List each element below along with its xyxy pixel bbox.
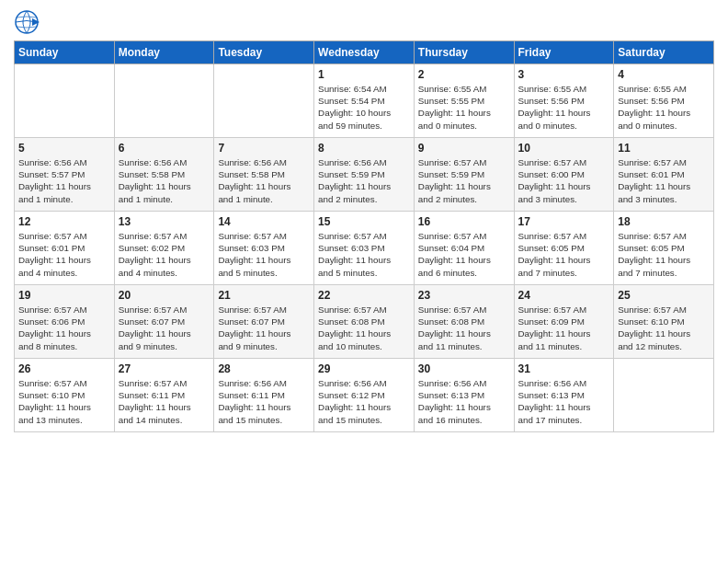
weekday-header-wednesday: Wednesday [314, 41, 415, 64]
day-number: 20 [119, 289, 210, 302]
calendar-cell: 26Sunrise: 6:57 AM Sunset: 6:10 PM Dayli… [15, 359, 115, 432]
day-number: 6 [119, 142, 210, 155]
calendar-cell [614, 359, 714, 432]
calendar-cell: 11Sunrise: 6:57 AM Sunset: 6:01 PM Dayli… [614, 138, 714, 212]
weekday-header-tuesday: Tuesday [214, 41, 314, 64]
calendar-cell: 28Sunrise: 6:56 AM Sunset: 6:11 PM Dayli… [214, 359, 314, 432]
calendar-cell: 1Sunrise: 6:54 AM Sunset: 5:54 PM Daylig… [314, 64, 415, 138]
calendar-cell: 25Sunrise: 6:57 AM Sunset: 6:10 PM Dayli… [614, 285, 714, 359]
calendar-cell: 4Sunrise: 6:55 AM Sunset: 5:56 PM Daylig… [614, 64, 714, 138]
calendar-cell: 6Sunrise: 6:56 AM Sunset: 5:58 PM Daylig… [114, 138, 214, 212]
cell-info: Sunrise: 6:56 AM Sunset: 6:13 PM Dayligh… [418, 377, 510, 426]
day-number: 7 [218, 142, 310, 155]
calendar-cell: 2Sunrise: 6:55 AM Sunset: 5:55 PM Daylig… [414, 64, 514, 138]
weekday-header-row: SundayMondayTuesdayWednesdayThursdayFrid… [15, 41, 714, 64]
calendar-cell: 18Sunrise: 6:57 AM Sunset: 6:05 PM Dayli… [614, 212, 714, 285]
cell-info: Sunrise: 6:57 AM Sunset: 6:00 PM Dayligh… [518, 156, 610, 205]
calendar-cell: 16Sunrise: 6:57 AM Sunset: 6:04 PM Dayli… [414, 212, 514, 285]
day-number: 28 [218, 362, 310, 375]
day-number: 1 [318, 68, 410, 81]
cell-info: Sunrise: 6:57 AM Sunset: 6:05 PM Dayligh… [518, 230, 610, 279]
cell-info: Sunrise: 6:55 AM Sunset: 5:56 PM Dayligh… [618, 83, 710, 132]
week-row-4: 26Sunrise: 6:57 AM Sunset: 6:10 PM Dayli… [15, 359, 714, 432]
calendar-cell: 8Sunrise: 6:56 AM Sunset: 5:59 PM Daylig… [314, 138, 415, 212]
cell-info: Sunrise: 6:57 AM Sunset: 6:02 PM Dayligh… [119, 230, 210, 279]
day-number: 15 [318, 215, 410, 228]
calendar-table: SundayMondayTuesdayWednesdayThursdayFrid… [14, 40, 714, 432]
calendar-cell: 30Sunrise: 6:56 AM Sunset: 6:13 PM Dayli… [414, 359, 514, 432]
day-number: 22 [318, 289, 410, 302]
cell-info: Sunrise: 6:56 AM Sunset: 5:57 PM Dayligh… [18, 156, 110, 205]
calendar-cell: 14Sunrise: 6:57 AM Sunset: 6:03 PM Dayli… [214, 212, 314, 285]
cell-info: Sunrise: 6:57 AM Sunset: 6:08 PM Dayligh… [418, 304, 510, 352]
day-number: 9 [418, 142, 510, 155]
day-number: 17 [518, 215, 610, 228]
cell-info: Sunrise: 6:57 AM Sunset: 6:08 PM Dayligh… [318, 304, 410, 352]
day-number: 2 [418, 68, 510, 81]
cell-info: Sunrise: 6:57 AM Sunset: 6:10 PM Dayligh… [18, 377, 110, 426]
day-number: 16 [418, 215, 510, 228]
calendar-cell: 3Sunrise: 6:55 AM Sunset: 5:56 PM Daylig… [514, 64, 614, 138]
logo-icon [14, 9, 40, 35]
calendar-cell: 23Sunrise: 6:57 AM Sunset: 6:08 PM Dayli… [414, 285, 514, 359]
calendar-cell: 29Sunrise: 6:56 AM Sunset: 6:12 PM Dayli… [314, 359, 415, 432]
weekday-header-saturday: Saturday [614, 41, 714, 64]
day-number: 14 [218, 215, 310, 228]
calendar-cell [15, 64, 115, 138]
cell-info: Sunrise: 6:57 AM Sunset: 6:07 PM Dayligh… [218, 304, 310, 352]
cell-info: Sunrise: 6:57 AM Sunset: 6:07 PM Dayligh… [119, 304, 210, 352]
day-number: 4 [618, 68, 710, 81]
day-number: 21 [218, 289, 310, 302]
day-number: 25 [618, 289, 710, 302]
header [14, 9, 714, 35]
week-row-0: 1Sunrise: 6:54 AM Sunset: 5:54 PM Daylig… [15, 64, 714, 138]
calendar-cell: 27Sunrise: 6:57 AM Sunset: 6:11 PM Dayli… [114, 359, 214, 432]
cell-info: Sunrise: 6:57 AM Sunset: 6:05 PM Dayligh… [618, 230, 710, 279]
calendar-cell: 12Sunrise: 6:57 AM Sunset: 6:01 PM Dayli… [15, 212, 115, 285]
page: SundayMondayTuesdayWednesdayThursdayFrid… [0, 0, 728, 442]
calendar-cell: 5Sunrise: 6:56 AM Sunset: 5:57 PM Daylig… [15, 138, 115, 212]
calendar-cell: 21Sunrise: 6:57 AM Sunset: 6:07 PM Dayli… [214, 285, 314, 359]
calendar-cell: 7Sunrise: 6:56 AM Sunset: 5:58 PM Daylig… [214, 138, 314, 212]
day-number: 29 [318, 362, 410, 375]
day-number: 10 [518, 142, 610, 155]
day-number: 24 [518, 289, 610, 302]
cell-info: Sunrise: 6:57 AM Sunset: 6:10 PM Dayligh… [618, 304, 710, 352]
weekday-header-sunday: Sunday [15, 41, 115, 64]
weekday-header-monday: Monday [114, 41, 214, 64]
cell-info: Sunrise: 6:57 AM Sunset: 6:03 PM Dayligh… [218, 230, 310, 279]
day-number: 26 [18, 362, 110, 375]
cell-info: Sunrise: 6:56 AM Sunset: 5:58 PM Dayligh… [218, 156, 310, 205]
cell-info: Sunrise: 6:56 AM Sunset: 6:12 PM Dayligh… [318, 377, 410, 426]
calendar-cell: 24Sunrise: 6:57 AM Sunset: 6:09 PM Dayli… [514, 285, 614, 359]
day-number: 11 [618, 142, 710, 155]
cell-info: Sunrise: 6:57 AM Sunset: 6:01 PM Dayligh… [618, 156, 710, 205]
week-row-1: 5Sunrise: 6:56 AM Sunset: 5:57 PM Daylig… [15, 138, 714, 212]
logo [14, 9, 43, 35]
cell-info: Sunrise: 6:57 AM Sunset: 5:59 PM Dayligh… [418, 156, 510, 205]
cell-info: Sunrise: 6:57 AM Sunset: 6:09 PM Dayligh… [518, 304, 610, 352]
day-number: 31 [518, 362, 610, 375]
day-number: 18 [618, 215, 710, 228]
calendar-cell: 20Sunrise: 6:57 AM Sunset: 6:07 PM Dayli… [114, 285, 214, 359]
cell-info: Sunrise: 6:56 AM Sunset: 5:59 PM Dayligh… [318, 156, 410, 205]
calendar-cell: 22Sunrise: 6:57 AM Sunset: 6:08 PM Dayli… [314, 285, 415, 359]
cell-info: Sunrise: 6:57 AM Sunset: 6:04 PM Dayligh… [418, 230, 510, 279]
cell-info: Sunrise: 6:56 AM Sunset: 5:58 PM Dayligh… [119, 156, 210, 205]
day-number: 13 [119, 215, 210, 228]
day-number: 8 [318, 142, 410, 155]
week-row-3: 19Sunrise: 6:57 AM Sunset: 6:06 PM Dayli… [15, 285, 714, 359]
calendar-cell: 10Sunrise: 6:57 AM Sunset: 6:00 PM Dayli… [514, 138, 614, 212]
calendar-cell: 19Sunrise: 6:57 AM Sunset: 6:06 PM Dayli… [15, 285, 115, 359]
day-number: 5 [18, 142, 110, 155]
weekday-header-thursday: Thursday [414, 41, 514, 64]
cell-info: Sunrise: 6:54 AM Sunset: 5:54 PM Dayligh… [318, 83, 410, 132]
day-number: 23 [418, 289, 510, 302]
calendar-cell: 15Sunrise: 6:57 AM Sunset: 6:03 PM Dayli… [314, 212, 415, 285]
day-number: 19 [18, 289, 110, 302]
day-number: 12 [18, 215, 110, 228]
cell-info: Sunrise: 6:57 AM Sunset: 6:06 PM Dayligh… [18, 304, 110, 352]
calendar-cell: 31Sunrise: 6:56 AM Sunset: 6:13 PM Dayli… [514, 359, 614, 432]
cell-info: Sunrise: 6:57 AM Sunset: 6:03 PM Dayligh… [318, 230, 410, 279]
calendar-cell: 13Sunrise: 6:57 AM Sunset: 6:02 PM Dayli… [114, 212, 214, 285]
